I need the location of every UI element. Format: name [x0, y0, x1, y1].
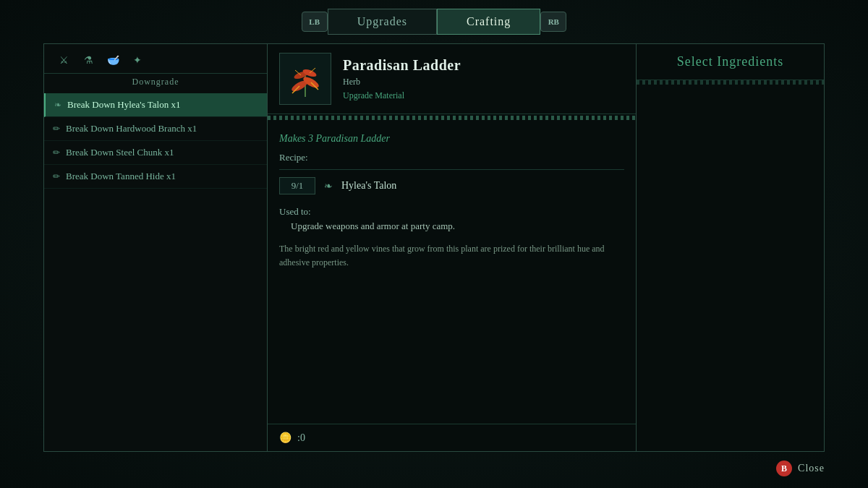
item-info: Paradisan Ladder Herb Upgrade Material [343, 57, 461, 101]
top-nav: LB Upgrades Crafting RB [0, 0, 868, 43]
recipe-icon-0: ❧ [54, 100, 61, 111]
recipe-section-label: Recipe: [279, 152, 624, 163]
used-to-text: Upgrade weapons and armor at party camp. [291, 221, 624, 232]
recipe-icon-1: ✏ [53, 124, 60, 134]
left-panel: ⚔ ⚗ 🥣 ✦ Downgrade ❧ Break Down Hylea's T… [43, 43, 268, 452]
recipe-label-2: Break Down Steel Chunk x1 [66, 147, 174, 158]
recipe-list: ❧ Break Down Hylea's Talon x1 ✏ Break Do… [44, 93, 267, 451]
tab-crafting[interactable]: Crafting [437, 9, 540, 35]
description-text: The bright red and yellow vines that gro… [279, 242, 624, 270]
close-section: B Close [776, 461, 825, 476]
close-label: Close [798, 463, 825, 474]
middle-panel: Paradisan Ladder Herb Upgrade Material M… [268, 43, 637, 452]
right-panel-header: Select Ingredients [637, 44, 824, 80]
b-button-icon[interactable]: B [776, 461, 792, 476]
recipe-icon-2: ✏ [53, 147, 60, 158]
recipe-label-1: Break Down Hardwood Branch x1 [66, 123, 197, 134]
quantity-badge-0: 9/1 [279, 177, 315, 194]
panel-icons: ⚔ ⚗ 🥣 ✦ [44, 44, 267, 74]
currency-icon: 🪙 [279, 432, 292, 444]
ingredient-name-0: Hylea's Talon [341, 180, 396, 192]
recipe-item-3[interactable]: ✏ Break Down Tanned Hide x1 [44, 165, 267, 189]
tab-upgrades[interactable]: Upgrades [328, 9, 437, 35]
recipe-label-3: Break Down Tanned Hide x1 [66, 171, 176, 182]
ingredient-icon-0: ❧ [324, 180, 333, 192]
item-header: Paradisan Ladder Herb Upgrade Material [268, 44, 636, 114]
divider-top [268, 116, 636, 120]
middle-content: Makes 3 Paradisan Ladder Recipe: 9/1 ❧ H… [268, 121, 636, 424]
right-panel: Select Ingredients [637, 43, 825, 452]
main-container: LB Upgrades Crafting RB ⚔ ⚗ 🥣 ✦ Downgrad… [0, 0, 868, 488]
icon-mortar[interactable]: ⚗ [80, 51, 97, 69]
category-label: Downgrade [44, 74, 267, 93]
right-bumper[interactable]: RB [540, 12, 566, 32]
icon-misc[interactable]: ✦ [129, 51, 146, 69]
makes-label: Makes 3 Paradisan Ladder [279, 133, 624, 145]
left-bumper[interactable]: LB [302, 12, 328, 32]
recipe-icon-3: ✏ [53, 171, 60, 182]
used-to-label: Used to: [279, 206, 624, 218]
icon-axe[interactable]: ⚔ [55, 51, 72, 69]
item-image [279, 53, 331, 105]
bottom-bar: 🪙 :0 [268, 424, 636, 451]
recipe-item-2[interactable]: ✏ Break Down Steel Chunk x1 [44, 141, 267, 165]
right-panel-content [637, 85, 824, 451]
item-name: Paradisan Ladder [343, 57, 461, 74]
item-type: Herb [343, 77, 461, 87]
currency-value: :0 [297, 432, 305, 444]
item-rarity: Upgrade Material [343, 90, 461, 101]
recipe-divider [279, 169, 624, 170]
recipe-item-1[interactable]: ✏ Break Down Hardwood Branch x1 [44, 117, 267, 141]
recipe-label-0: Break Down Hylea's Talon x1 [67, 99, 180, 111]
recipe-item-0[interactable]: ❧ Break Down Hylea's Talon x1 [44, 93, 267, 117]
icon-bowl[interactable]: 🥣 [104, 51, 122, 69]
ingredient-row-0: 9/1 ❧ Hylea's Talon [279, 177, 624, 194]
content-area: ⚔ ⚗ 🥣 ✦ Downgrade ❧ Break Down Hylea's T… [0, 43, 868, 488]
